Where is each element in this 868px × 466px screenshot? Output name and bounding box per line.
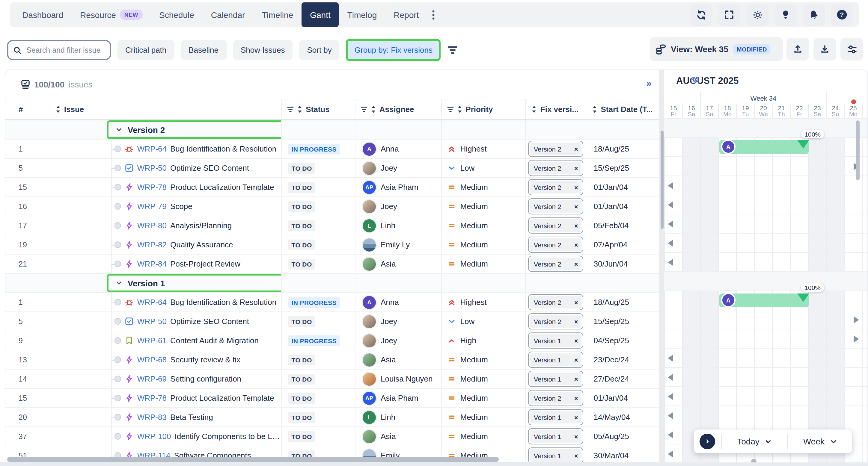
offscreen-left-indicator[interactable] (668, 221, 673, 228)
issue-cell[interactable]: WRP-50 Optimize SEO Content (51, 312, 281, 331)
tree-node-dot[interactable] (115, 241, 121, 248)
issue-cell[interactable]: WRP-64 Bug Identification & Resolution (51, 139, 281, 158)
priority-cell[interactable]: Medium (441, 427, 525, 446)
fix-version-field[interactable]: Version 2 × (528, 141, 584, 157)
assignee-cell[interactable]: Joey (355, 312, 441, 331)
column-header-start-date[interactable]: Start Date (T... (586, 99, 659, 119)
show-issues-button[interactable]: Show Issues (233, 40, 292, 60)
table-row[interactable]: Version 2 (5, 121, 659, 139)
tree-node-dot[interactable] (115, 299, 121, 305)
fix-version-field[interactable]: Version 1 × (528, 332, 584, 348)
column-header-assignee[interactable]: Assignee (355, 99, 441, 119)
sort-by-button[interactable]: Sort by (299, 40, 339, 60)
assignee-cell[interactable]: Louisa Nguyen (355, 370, 441, 388)
priority-cell[interactable]: Medium (441, 370, 525, 388)
issue-key-link[interactable]: WRP-50 (137, 164, 167, 172)
tips-button[interactable] (774, 4, 797, 26)
sort-icon[interactable] (531, 105, 537, 113)
priority-cell[interactable]: Low (441, 159, 525, 177)
table-row[interactable]: 20 WRP-83 Beta Testing (5, 408, 659, 427)
status-cell[interactable]: TO DO (281, 389, 355, 407)
issue-key-link[interactable]: WRP-69 (137, 374, 167, 384)
issue-key-link[interactable]: WRP-64 (137, 298, 167, 307)
column-header-priority[interactable]: Priority (441, 99, 525, 119)
tree-node-dot[interactable] (115, 433, 121, 440)
table-row[interactable]: 13 WRP-68 Security review & (5, 351, 659, 370)
fix-version-cell[interactable] (525, 274, 586, 292)
issue-key-link[interactable]: WRP-68 (137, 355, 167, 364)
assignee-cell[interactable]: Emily Ly (355, 235, 441, 254)
start-date-cell[interactable]: 23/Dec/24 (586, 351, 659, 369)
timeline-vertical-scrollbar[interactable] (856, 121, 860, 180)
nav-item-report[interactable]: Report (385, 2, 427, 27)
view-switcher[interactable]: View: Week 35 MODIFIED (650, 37, 783, 61)
remove-version-icon[interactable]: × (574, 433, 578, 440)
remove-version-icon[interactable]: × (574, 413, 578, 421)
status-cell[interactable]: TO DO (281, 178, 355, 196)
table-row[interactable]: 9 WRP-61 Content Audit & Mi (5, 331, 659, 351)
offscreen-right-indicator[interactable] (854, 335, 859, 343)
tree-node-dot[interactable] (115, 222, 121, 229)
offscreen-left-indicator[interactable] (668, 201, 673, 208)
remove-version-icon[interactable]: × (574, 145, 578, 153)
assignee-cell[interactable]: Asia (355, 427, 441, 446)
fix-version-field[interactable]: Version 2 × (528, 179, 584, 195)
issue-cell[interactable]: WRP-100 Identify Components to be Locali… (51, 427, 281, 446)
fix-version-cell[interactable]: Version 2 × (525, 293, 586, 311)
table-row[interactable]: 1 WRP-64 Bug Identification (5, 139, 659, 159)
priority-cell[interactable]: Medium (441, 389, 525, 407)
priority-cell[interactable] (441, 274, 525, 292)
fix-version-field[interactable]: Version 2 × (528, 198, 584, 214)
priority-cell[interactable]: Medium (441, 178, 525, 196)
fix-version-cell[interactable]: Version 2 × (525, 216, 586, 235)
tree-node-dot[interactable] (115, 395, 121, 401)
table-row[interactable]: 15 WRP-78 Product Localizat (5, 389, 659, 408)
assignee-cell[interactable] (355, 121, 441, 139)
remove-version-icon[interactable]: × (574, 260, 578, 267)
fix-version-cell[interactable]: Version 1 × (525, 408, 586, 427)
issue-key-link[interactable]: WRP-100 (137, 432, 171, 441)
priority-cell[interactable]: Medium (441, 255, 525, 273)
start-date-cell[interactable]: 15/Sep/25 (586, 159, 659, 177)
assignee-cell[interactable]: Asia (355, 255, 441, 273)
remove-version-icon[interactable]: × (574, 318, 578, 325)
table-vertical-scrollbar[interactable] (660, 131, 663, 229)
column-header-issue[interactable]: Issue (51, 99, 281, 119)
filter-icon[interactable] (361, 106, 368, 112)
start-date-cell[interactable]: 01/Jan/04 (586, 197, 659, 215)
priority-cell[interactable]: Medium (441, 216, 525, 235)
display-settings-button[interactable] (840, 38, 863, 61)
settings-button[interactable] (746, 4, 769, 26)
issue-cell[interactable]: WRP-78 Product Localization Template (51, 178, 281, 196)
priority-cell[interactable] (441, 121, 525, 139)
remove-version-icon[interactable]: × (574, 394, 578, 402)
start-date-cell[interactable]: 18/Aug/25 (586, 293, 659, 311)
offscreen-left-indicator[interactable] (668, 412, 673, 419)
priority-cell[interactable]: Medium (441, 351, 525, 369)
status-cell[interactable]: TO DO (281, 312, 355, 331)
remove-version-icon[interactable]: × (574, 203, 578, 210)
fix-version-field[interactable]: Version 2 × (528, 237, 584, 253)
start-date-cell[interactable]: 05/Feb/04 (586, 216, 659, 235)
fix-version-cell[interactable]: Version 1 × (525, 331, 586, 350)
tree-node-dot[interactable] (115, 203, 121, 210)
status-cell[interactable]: TO DO (281, 408, 355, 427)
offscreen-left-indicator[interactable] (668, 355, 673, 362)
assignee-cell[interactable]: A Anna (355, 293, 441, 311)
help-button[interactable]: ? (831, 4, 853, 26)
nav-item-dashboard[interactable]: Dashboard (14, 2, 72, 27)
status-cell[interactable]: TO DO (281, 159, 355, 177)
status-cell[interactable] (281, 121, 355, 139)
fix-version-cell[interactable] (525, 121, 586, 139)
remove-version-icon[interactable]: × (574, 337, 578, 344)
priority-cell[interactable]: Medium (441, 408, 525, 427)
chevron-down-icon[interactable] (116, 126, 122, 133)
remove-version-icon[interactable]: × (574, 452, 578, 459)
fix-version-cell[interactable]: Version 2 × (525, 159, 586, 177)
start-date-cell[interactable]: 05/Aug/25 (586, 427, 659, 446)
table-row[interactable]: 5 WRP-50 Optimize SEO Conte (5, 312, 659, 331)
issue-key-link[interactable]: WRP-83 (137, 413, 167, 422)
issue-cell[interactable]: WRP-61 Content Audit & Migration (51, 331, 281, 350)
issue-key-link[interactable]: WRP-82 (137, 240, 167, 249)
remove-version-icon[interactable]: × (574, 184, 578, 191)
